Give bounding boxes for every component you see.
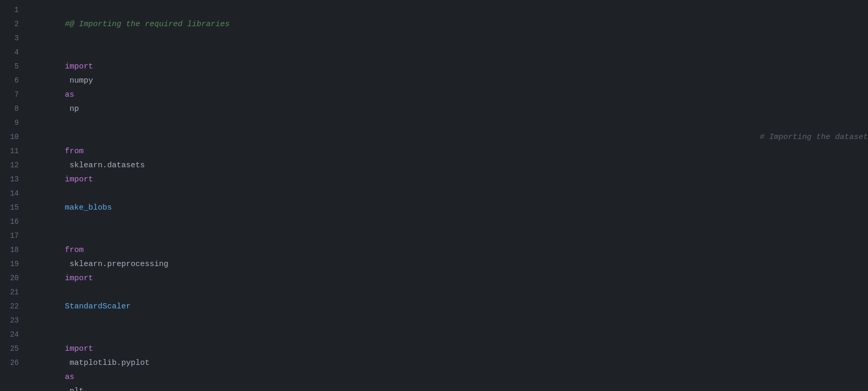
line-num-12: 12 bbox=[0, 158, 19, 172]
code-line-3-main: from sklearn.datasets import make_blobs bbox=[27, 130, 174, 229]
line-num-25: 25 bbox=[0, 342, 19, 356]
kw-as-5: as bbox=[65, 373, 74, 382]
code-line-5-main: import matplotlib.pyplot as plt bbox=[27, 328, 868, 391]
line-num-3: 3 bbox=[0, 31, 19, 45]
line-num-13: 13 bbox=[0, 172, 19, 187]
line-num-23: 23 bbox=[0, 314, 19, 328]
line-num-10: 10 bbox=[0, 130, 19, 144]
kw-import-4: import bbox=[65, 274, 93, 283]
line-num-21: 21 bbox=[0, 285, 19, 300]
line-num-15: 15 bbox=[0, 201, 19, 215]
code-line-1: #@ Importing the required libraries bbox=[27, 3, 868, 45]
kw-as-2: as bbox=[65, 90, 74, 99]
line-num-20: 20 bbox=[0, 271, 19, 285]
line-num-2: 2 bbox=[0, 17, 19, 31]
line-num-19: 19 bbox=[0, 257, 19, 271]
kw-from-4: from bbox=[65, 246, 84, 255]
line-num-1: 1 bbox=[0, 3, 19, 17]
kw-from-3: from bbox=[65, 147, 84, 156]
code-line-2-main: import numpy as np bbox=[27, 45, 868, 130]
code-line-5: import matplotlib.pyplot as plt bbox=[27, 328, 868, 391]
line-num-26: 26 bbox=[0, 356, 19, 370]
code-editor: 1 2 3 4 5 6 7 8 9 10 11 12 13 14 15 16 1… bbox=[0, 0, 868, 391]
code-line-1-main: #@ Importing the required libraries bbox=[27, 3, 868, 45]
line-num-14: 14 bbox=[0, 187, 19, 201]
line-num-18: 18 bbox=[0, 243, 19, 257]
line-num-16: 16 bbox=[0, 215, 19, 229]
line-num-8: 8 bbox=[0, 102, 19, 116]
line-num-7: 7 bbox=[0, 88, 19, 102]
right-comment-3: # Importing the dataset bbox=[174, 130, 868, 144]
line-num-9: 9 bbox=[0, 116, 19, 130]
code-line-3: from sklearn.datasets import make_blobs bbox=[27, 130, 868, 229]
code-line-4-main: from sklearn.preprocessing import Standa… bbox=[27, 229, 868, 328]
func-standard-scaler: StandardScaler bbox=[65, 302, 131, 311]
func-make-blobs: make_blobs bbox=[65, 203, 112, 212]
code-area: #@ Importing the required libraries impo… bbox=[27, 0, 868, 391]
kw-import-2: import bbox=[65, 62, 93, 71]
line-num-11: 11 bbox=[0, 144, 19, 158]
code-line-4: from sklearn.preprocessing import Standa… bbox=[27, 229, 868, 328]
line-num-24: 24 bbox=[0, 328, 19, 342]
line-num-6: 6 bbox=[0, 74, 19, 88]
code-line-2: import numpy as np bbox=[27, 45, 868, 130]
line-num-4: 4 bbox=[0, 45, 19, 60]
comment-1: #@ Importing the required libraries bbox=[65, 20, 230, 29]
kw-import-5: import bbox=[65, 344, 93, 353]
kw-import-3: import bbox=[65, 175, 93, 184]
line-num-22: 22 bbox=[0, 300, 19, 314]
line-num-17: 17 bbox=[0, 229, 19, 243]
line-num-5: 5 bbox=[0, 60, 19, 74]
line-numbers: 1 2 3 4 5 6 7 8 9 10 11 12 13 14 15 16 1… bbox=[0, 0, 27, 391]
